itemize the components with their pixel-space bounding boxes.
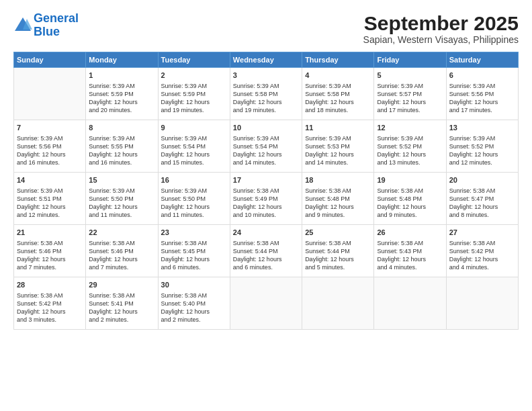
day-number: 4	[305, 71, 371, 81]
day-number: 5	[377, 71, 443, 81]
calendar-header: Sunday Monday Tuesday Wednesday Thursday…	[14, 52, 519, 68]
cell-line-2: Daylight: 12 hours	[89, 255, 154, 263]
calendar-cell-w1d3: 10Sunrise: 5:39 AMSunset: 5:54 PMDayligh…	[230, 120, 302, 173]
title-block: September 2025 Sapian, Western Visayas, …	[363, 12, 519, 45]
day-number: 18	[305, 175, 371, 185]
cell-line-2: Daylight: 12 hours	[89, 308, 154, 316]
cell-line-0: Sunrise: 5:39 AM	[17, 134, 83, 142]
cell-line-0: Sunrise: 5:38 AM	[449, 187, 515, 195]
cell-line-0: Sunrise: 5:38 AM	[305, 239, 371, 247]
calendar-cell-w4d5	[374, 277, 446, 330]
cell-line-3: and 12 minutes.	[17, 211, 83, 219]
day-number: 22	[89, 228, 154, 238]
logo: General Blue	[13, 12, 79, 39]
calendar-cell-w4d1: 29Sunrise: 5:38 AMSunset: 5:41 PMDayligh…	[86, 277, 158, 330]
cell-line-0: Sunrise: 5:38 AM	[305, 187, 371, 195]
cell-line-2: Daylight: 12 hours	[89, 98, 154, 106]
cell-line-1: Sunset: 5:47 PM	[449, 195, 515, 203]
cell-line-1: Sunset: 5:52 PM	[377, 142, 443, 150]
cell-line-0: Sunrise: 5:39 AM	[161, 187, 227, 195]
calendar-cell-w1d6: 13Sunrise: 5:39 AMSunset: 5:52 PMDayligh…	[446, 120, 518, 173]
day-number: 27	[449, 228, 515, 238]
cell-line-0: Sunrise: 5:39 AM	[161, 82, 227, 90]
cell-line-2: Daylight: 12 hours	[377, 203, 443, 211]
cell-line-0: Sunrise: 5:39 AM	[305, 82, 371, 90]
page: General Blue September 2025 Sapian, West…	[0, 0, 532, 411]
day-number: 10	[233, 123, 299, 133]
calendar-week-3: 21Sunrise: 5:38 AMSunset: 5:46 PMDayligh…	[14, 225, 519, 277]
cell-line-0: Sunrise: 5:39 AM	[161, 134, 227, 142]
calendar-week-0: 1Sunrise: 5:39 AMSunset: 5:59 PMDaylight…	[14, 68, 519, 120]
cell-line-3: and 20 minutes.	[89, 106, 154, 114]
cell-line-0: Sunrise: 5:39 AM	[17, 187, 83, 195]
cell-line-2: Daylight: 12 hours	[305, 98, 371, 106]
cell-line-1: Sunset: 5:50 PM	[89, 195, 154, 203]
cell-line-3: and 5 minutes.	[305, 263, 371, 271]
cell-line-0: Sunrise: 5:39 AM	[449, 134, 515, 142]
logo-line2: Blue	[34, 25, 60, 38]
cell-line-1: Sunset: 5:56 PM	[17, 142, 83, 150]
day-number: 23	[161, 228, 227, 238]
cell-line-2: Daylight: 12 hours	[305, 255, 371, 263]
day-number: 8	[89, 123, 154, 133]
day-number: 14	[17, 175, 83, 185]
calendar-cell-w3d2: 23Sunrise: 5:38 AMSunset: 5:45 PMDayligh…	[158, 225, 230, 277]
calendar-subtitle: Sapian, Western Visayas, Philippines	[363, 34, 519, 45]
cell-line-3: and 7 minutes.	[89, 263, 154, 271]
calendar-cell-w4d6	[446, 277, 518, 330]
calendar-cell-w4d2: 30Sunrise: 5:38 AMSunset: 5:40 PMDayligh…	[158, 277, 230, 330]
cell-line-0: Sunrise: 5:39 AM	[89, 134, 154, 142]
cell-line-2: Daylight: 12 hours	[233, 255, 299, 263]
calendar-cell-w0d1: 1Sunrise: 5:39 AMSunset: 5:59 PMDaylight…	[86, 68, 158, 120]
cell-line-3: and 16 minutes.	[89, 158, 154, 167]
calendar-week-4: 28Sunrise: 5:38 AMSunset: 5:42 PMDayligh…	[14, 277, 519, 330]
day-number: 2	[161, 71, 227, 81]
cell-line-2: Daylight: 12 hours	[233, 98, 299, 106]
cell-line-0: Sunrise: 5:38 AM	[233, 187, 299, 195]
cell-line-2: Daylight: 12 hours	[17, 308, 83, 316]
calendar-cell-w2d5: 19Sunrise: 5:38 AMSunset: 5:48 PMDayligh…	[374, 173, 446, 225]
day-number: 25	[305, 228, 371, 238]
calendar-cell-w0d3: 3Sunrise: 5:39 AMSunset: 5:58 PMDaylight…	[230, 68, 302, 120]
cell-line-1: Sunset: 5:46 PM	[17, 247, 83, 255]
cell-line-0: Sunrise: 5:39 AM	[449, 82, 515, 90]
cell-line-0: Sunrise: 5:38 AM	[449, 239, 515, 247]
calendar-cell-w0d2: 2Sunrise: 5:39 AMSunset: 5:59 PMDaylight…	[158, 68, 230, 120]
cell-line-3: and 14 minutes.	[233, 158, 299, 167]
calendar-cell-w3d0: 21Sunrise: 5:38 AMSunset: 5:46 PMDayligh…	[14, 225, 86, 277]
cell-line-1: Sunset: 5:45 PM	[161, 247, 227, 255]
cell-line-0: Sunrise: 5:39 AM	[89, 187, 154, 195]
cell-line-1: Sunset: 5:48 PM	[305, 195, 371, 203]
cell-line-0: Sunrise: 5:38 AM	[233, 239, 299, 247]
cell-line-1: Sunset: 5:58 PM	[305, 90, 371, 98]
cell-line-3: and 16 minutes.	[17, 158, 83, 167]
cell-line-2: Daylight: 12 hours	[377, 255, 443, 263]
day-number: 29	[89, 280, 154, 290]
calendar-cell-w4d0: 28Sunrise: 5:38 AMSunset: 5:42 PMDayligh…	[14, 277, 86, 330]
cell-line-0: Sunrise: 5:39 AM	[377, 82, 443, 90]
cell-line-3: and 7 minutes.	[17, 263, 83, 271]
cell-line-3: and 8 minutes.	[449, 211, 515, 219]
logo-icon	[13, 16, 32, 35]
cell-line-1: Sunset: 5:54 PM	[233, 142, 299, 150]
cell-line-2: Daylight: 12 hours	[377, 150, 443, 158]
calendar-cell-w1d4: 11Sunrise: 5:39 AMSunset: 5:53 PMDayligh…	[302, 120, 374, 173]
cell-line-1: Sunset: 5:44 PM	[233, 247, 299, 255]
cell-line-1: Sunset: 5:53 PM	[305, 142, 371, 150]
calendar-cell-w3d4: 25Sunrise: 5:38 AMSunset: 5:44 PMDayligh…	[302, 225, 374, 277]
calendar-cell-w2d4: 18Sunrise: 5:38 AMSunset: 5:48 PMDayligh…	[302, 173, 374, 225]
calendar-cell-w0d5: 5Sunrise: 5:39 AMSunset: 5:57 PMDaylight…	[374, 68, 446, 120]
cell-line-1: Sunset: 5:42 PM	[449, 247, 515, 255]
cell-line-1: Sunset: 5:58 PM	[233, 90, 299, 98]
calendar-cell-w2d0: 14Sunrise: 5:39 AMSunset: 5:51 PMDayligh…	[14, 173, 86, 225]
day-number: 30	[161, 280, 227, 290]
cell-line-2: Daylight: 12 hours	[305, 203, 371, 211]
cell-line-1: Sunset: 5:55 PM	[89, 142, 154, 150]
cell-line-1: Sunset: 5:41 PM	[89, 300, 154, 308]
weekday-header-row: Sunday Monday Tuesday Wednesday Thursday…	[14, 52, 519, 68]
cell-line-1: Sunset: 5:48 PM	[377, 195, 443, 203]
cell-line-3: and 17 minutes.	[377, 106, 443, 114]
day-number: 20	[449, 175, 515, 185]
cell-line-2: Daylight: 12 hours	[233, 203, 299, 211]
day-number: 28	[17, 280, 83, 290]
